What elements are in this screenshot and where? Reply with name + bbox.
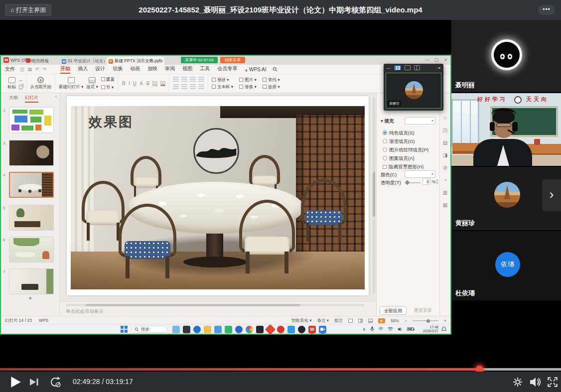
menu-transition[interactable]: 切换: [113, 65, 123, 74]
play-from-current-button[interactable]: 从当前开始: [30, 77, 52, 90]
wifi-icon[interactable]: [388, 327, 393, 331]
overlay-collapse-icon[interactable]: ⇥: [437, 66, 440, 70]
meeting-taskbar-icon[interactable]: [319, 326, 326, 333]
tab-pptx-active[interactable]: P新建 PPTX 演示文稿.pptx: [107, 57, 164, 65]
properties-icon[interactable]: ◳: [443, 128, 447, 133]
menu-file[interactable]: 文件: [5, 66, 15, 73]
bullets-icon[interactable]: [173, 84, 179, 90]
copy-icon[interactable]: [19, 85, 22, 89]
new-tab-button[interactable]: +: [158, 57, 161, 62]
print-icon[interactable]: ▤: [28, 67, 32, 72]
textbox-button[interactable]: 文本框 ▾: [212, 84, 233, 90]
zoom-out-button[interactable]: −: [405, 318, 407, 323]
transparency-slider[interactable]: [406, 182, 421, 183]
volume-icon[interactable]: [398, 327, 403, 332]
layout-pane-icon[interactable]: ◨: [443, 152, 447, 158]
next-participants-button[interactable]: ›: [542, 179, 561, 211]
italic-button[interactable]: I: [129, 81, 130, 86]
fullscreen-button[interactable]: [547, 377, 558, 388]
next-video-button[interactable]: [29, 377, 40, 387]
radio-pattern-fill[interactable]: 图案填充(A): [383, 155, 415, 162]
vertical-scrollbar[interactable]: [373, 97, 375, 294]
menu-design[interactable]: 设计: [95, 65, 105, 74]
taskbar-app-icon[interactable]: [265, 324, 276, 334]
normal-view-icon[interactable]: [348, 319, 353, 323]
sorter-view-icon[interactable]: [358, 319, 363, 323]
notification-bell-icon[interactable]: [441, 326, 446, 332]
cut-icon[interactable]: ✂: [19, 78, 23, 83]
menu-home[interactable]: 开始: [60, 65, 70, 74]
zoom-in-button[interactable]: +: [444, 318, 446, 323]
spellcheck-icon[interactable]: ⊘: [443, 165, 447, 170]
find-button[interactable]: 查找 ▾: [263, 77, 280, 83]
fill-preset-dropdown[interactable]: ▾: [405, 117, 435, 125]
save-icon[interactable]: ◫: [20, 67, 24, 72]
taskbar-search[interactable]: 搜索: [132, 326, 167, 333]
taskbar-app-icon[interactable]: [214, 326, 222, 333]
shapes-button[interactable]: 形状 ▾: [212, 77, 233, 83]
help-icon[interactable]: ◔: [443, 177, 446, 183]
radio-solid-fill[interactable]: 纯色填充(S): [383, 130, 415, 136]
grid-view-icon[interactable]: [414, 65, 420, 70]
taskbar-app-icon[interactable]: [256, 326, 264, 333]
horizontal-scrollbar[interactable]: [66, 304, 365, 306]
menu-insert[interactable]: 插入: [78, 65, 88, 74]
microphone-icon[interactable]: [370, 326, 374, 332]
bold-button[interactable]: B: [122, 81, 126, 86]
zoom-slider[interactable]: [413, 320, 438, 321]
font-color-button[interactable]: A: [140, 81, 143, 86]
picture-button[interactable]: 图片 ▾: [239, 77, 257, 83]
window-minimize-icon[interactable]: —: [425, 57, 429, 62]
reset-slide-button[interactable]: 重置: [101, 77, 115, 83]
fill-section-header[interactable]: ▾ 填充: [381, 118, 394, 125]
speaker-view-icon[interactable]: [394, 65, 401, 70]
taskbar-app-icon[interactable]: [298, 326, 305, 333]
participant-tile-2-video[interactable]: 好好学习 天天向: [451, 93, 561, 166]
taskbar-app-icon[interactable]: [172, 326, 180, 333]
star-icon[interactable]: ☆: [443, 115, 447, 121]
slide-thumbnail-2[interactable]: [9, 107, 54, 133]
menu-animation[interactable]: 动画: [130, 65, 140, 74]
end-share-button[interactable]: 结束共享: [220, 57, 245, 63]
align-center-icon[interactable]: [181, 77, 187, 83]
more-options-button[interactable]: •••: [538, 5, 555, 15]
gallery-view-icon[interactable]: [405, 65, 411, 70]
slider-handle[interactable]: [405, 180, 410, 185]
align-left-icon[interactable]: [173, 77, 179, 83]
collapse-panel-icon[interactable]: ‹: [55, 94, 57, 99]
numbering-icon[interactable]: [181, 84, 187, 90]
justify-icon[interactable]: [198, 77, 204, 83]
replace-button[interactable]: 替换 ▾: [239, 84, 257, 90]
color-dropdown[interactable]: ▾: [405, 170, 435, 178]
reading-view-icon[interactable]: [368, 319, 373, 323]
underline-button[interactable]: U: [133, 81, 137, 86]
redo-icon[interactable]: ↷: [43, 67, 47, 72]
slide-thumbnail-3[interactable]: [9, 140, 54, 166]
section-button[interactable]: 节 ▾: [101, 85, 115, 91]
tray-expand-icon[interactable]: ∧: [362, 327, 366, 332]
comments-button[interactable]: 批注: [334, 318, 343, 324]
menu-member[interactable]: 会员专享: [217, 65, 237, 74]
window-maximize-icon[interactable]: ▢: [434, 57, 438, 62]
tab-dropdown-icon[interactable]: ▾: [150, 57, 153, 62]
taskbar-app-icon[interactable]: [225, 326, 232, 333]
indent-icon[interactable]: [190, 84, 196, 90]
layout-button[interactable]: 版式 ▾: [86, 77, 98, 90]
menu-review[interactable]: 审阅: [165, 65, 175, 74]
font-color-chip[interactable]: [160, 81, 165, 86]
notes-placeholder[interactable]: 单击此处添加备注: [66, 308, 104, 315]
meeting-floating-window[interactable]: — ⇥ 黄丽珍: [384, 64, 443, 111]
taskbar-app-icon[interactable]: [183, 326, 190, 333]
zoom-slider-handle[interactable]: [426, 319, 430, 323]
open-main-ui-button[interactable]: ⌂打开主界面: [5, 4, 51, 16]
add-slide-button[interactable]: +: [28, 294, 32, 302]
radio-picture-fill[interactable]: 图片或纹理填充(P): [383, 147, 428, 153]
slide-thumbnail-7[interactable]: [9, 268, 54, 294]
slide-thumbnail-4-selected[interactable]: [9, 172, 54, 198]
undo-icon[interactable]: ↶: [35, 67, 39, 72]
highlight-color-chip[interactable]: [152, 81, 157, 86]
notes-pane-icon[interactable]: ▥: [443, 190, 447, 195]
battery-icon[interactable]: [407, 327, 414, 331]
menu-view[interactable]: 视图: [182, 65, 192, 74]
transparency-value[interactable]: 0: [422, 178, 430, 185]
